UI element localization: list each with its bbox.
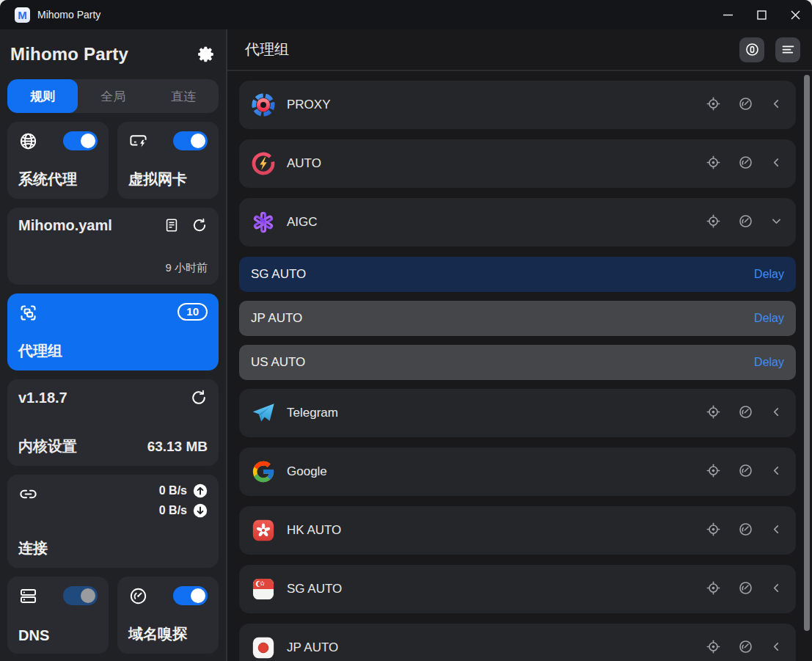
chevron-left-icon[interactable] bbox=[770, 523, 783, 538]
dns-label: DNS bbox=[18, 627, 49, 644]
scrollbar-thumb[interactable] bbox=[804, 75, 810, 631]
delay-button[interactable]: Delay bbox=[754, 312, 784, 325]
proxy-groups-label: 代理组 bbox=[18, 341, 62, 361]
proxy-group-row[interactable]: HK AUTO bbox=[239, 506, 796, 555]
proxy-group-name: JP AUTO bbox=[287, 640, 338, 655]
speedtest-icon[interactable] bbox=[738, 404, 753, 423]
proxy-groups-count-badge: 10 bbox=[178, 303, 208, 321]
chevron-left-icon[interactable] bbox=[770, 98, 783, 113]
sidebar: Mihomo Party 规则 全局 直连 bbox=[0, 29, 227, 661]
chevron-down-icon[interactable] bbox=[770, 215, 783, 230]
close-button[interactable] bbox=[778, 0, 812, 29]
system-proxy-card[interactable]: 系统代理 bbox=[7, 122, 109, 199]
speedtest-icon[interactable] bbox=[738, 639, 753, 657]
proxy-node-name: JP AUTO bbox=[251, 311, 302, 326]
dns-toggle[interactable] bbox=[63, 586, 98, 605]
proxy-group-name: Google bbox=[287, 464, 327, 479]
sidebar-app-title: Mihomo Party bbox=[10, 44, 128, 65]
virtual-nic-card[interactable]: 虚拟网卡 bbox=[117, 122, 219, 199]
profile-updated-time: 9 小时前 bbox=[165, 261, 208, 275]
proxy-node-row[interactable]: JP AUTODelay bbox=[239, 301, 796, 336]
locate-icon[interactable] bbox=[706, 213, 721, 232]
speedtest-icon[interactable] bbox=[738, 155, 753, 173]
chevron-left-icon[interactable] bbox=[770, 464, 783, 480]
speedtest-icon[interactable] bbox=[738, 580, 753, 599]
proxy-groups-card[interactable]: 10 代理组 bbox=[7, 293, 219, 370]
proxy-node-row[interactable]: US AUTODelay bbox=[239, 345, 796, 380]
window-title: Mihomo Party bbox=[37, 9, 100, 21]
settings-gear-icon[interactable] bbox=[197, 45, 216, 64]
proxy-group-row[interactable]: JP AUTO bbox=[239, 624, 796, 661]
tab-rule-mode[interactable]: 规则 bbox=[7, 79, 78, 113]
chevron-left-icon[interactable] bbox=[770, 640, 783, 656]
sniff-toggle[interactable] bbox=[173, 586, 208, 605]
speedtest-icon[interactable] bbox=[738, 213, 753, 232]
proxy-group-name: AUTO bbox=[287, 156, 321, 171]
chevron-left-icon[interactable] bbox=[770, 582, 783, 597]
profile-refresh-icon[interactable] bbox=[191, 217, 208, 236]
speedtest-icon[interactable] bbox=[738, 96, 753, 114]
proxy-group-name: Telegram bbox=[287, 406, 338, 420]
dns-card[interactable]: DNS bbox=[7, 577, 109, 654]
proxy-group-row[interactable]: AIGC bbox=[239, 198, 796, 246]
speedtest-icon[interactable] bbox=[738, 463, 753, 481]
core-refresh-icon[interactable] bbox=[190, 389, 208, 406]
profile-name: Mihomo.yaml bbox=[18, 217, 112, 234]
proxy-group-row[interactable]: AUTO bbox=[239, 139, 796, 188]
download-speed: 0 B/s bbox=[159, 504, 187, 517]
connections-label: 连接 bbox=[18, 538, 48, 558]
profile-card[interactable]: Mihomo.yaml 9 小时前 bbox=[7, 208, 219, 285]
delay-button[interactable]: Delay bbox=[754, 268, 784, 281]
tab-direct-mode[interactable]: 直连 bbox=[148, 79, 219, 113]
proxy-group-row[interactable]: Google bbox=[239, 448, 796, 496]
upload-speed: 0 B/s bbox=[159, 484, 187, 497]
page-title: 代理组 bbox=[245, 40, 289, 59]
delay-button[interactable]: Delay bbox=[754, 356, 784, 369]
proxy-dial-icon bbox=[251, 92, 276, 117]
scan-groups-icon bbox=[18, 303, 38, 323]
proxy-group-row[interactable]: PROXY bbox=[239, 81, 796, 129]
maximize-button[interactable] bbox=[745, 0, 778, 29]
minimize-button[interactable] bbox=[711, 0, 745, 29]
tab-global-mode[interactable]: 全局 bbox=[78, 79, 148, 113]
profile-file-icon[interactable] bbox=[164, 217, 180, 236]
auto-bolt-icon bbox=[251, 151, 276, 176]
telegram-icon bbox=[251, 401, 276, 426]
main-header: 代理组 bbox=[227, 29, 812, 71]
locate-icon[interactable] bbox=[706, 404, 721, 423]
proxy-group-name: SG AUTO bbox=[287, 582, 342, 596]
circled-zero-icon[interactable] bbox=[739, 37, 764, 62]
locate-icon[interactable] bbox=[706, 639, 721, 657]
system-proxy-label: 系统代理 bbox=[18, 169, 77, 189]
connections-card[interactable]: 0 B/s 0 B/s 连接 bbox=[7, 475, 219, 568]
proxy-group-name: AIGC bbox=[287, 215, 318, 230]
locate-icon[interactable] bbox=[706, 522, 721, 540]
app-window: M Mihomo Party Mihomo Party 规则 全局 直连 bbox=[0, 0, 812, 661]
proxy-node-name: US AUTO bbox=[251, 355, 305, 370]
network-card-icon bbox=[128, 131, 148, 151]
locate-icon[interactable] bbox=[706, 463, 721, 481]
titlebar: M Mihomo Party bbox=[0, 0, 812, 29]
text-align-left-icon[interactable] bbox=[775, 37, 800, 62]
proxy-group-name: HK AUTO bbox=[287, 523, 341, 538]
virtual-nic-toggle[interactable] bbox=[173, 131, 208, 150]
outbound-mode-tabs: 规则 全局 直连 bbox=[7, 79, 219, 113]
chevron-left-icon[interactable] bbox=[770, 406, 783, 421]
link-icon bbox=[18, 484, 38, 504]
locate-icon[interactable] bbox=[706, 96, 721, 114]
proxy-group-row[interactable]: SG AUTO bbox=[239, 565, 796, 613]
proxy-node-row[interactable]: SG AUTODelay bbox=[239, 257, 796, 292]
system-proxy-toggle[interactable] bbox=[63, 131, 98, 150]
jp-flag-icon bbox=[251, 635, 276, 660]
sniffer-gauge-icon bbox=[128, 586, 148, 606]
openai-icon bbox=[251, 210, 276, 235]
app-logo-icon: M bbox=[15, 7, 30, 23]
chevron-left-icon[interactable] bbox=[770, 156, 783, 172]
locate-icon[interactable] bbox=[706, 580, 721, 599]
proxy-group-row[interactable]: Telegram bbox=[239, 389, 796, 437]
sniff-card[interactable]: 域名嗅探 bbox=[117, 577, 219, 654]
speedtest-icon[interactable] bbox=[738, 522, 753, 540]
sniff-label: 域名嗅探 bbox=[128, 624, 187, 644]
core-card[interactable]: v1.18.7 内核设置 63.13 MB bbox=[7, 379, 219, 466]
locate-icon[interactable] bbox=[706, 155, 721, 173]
